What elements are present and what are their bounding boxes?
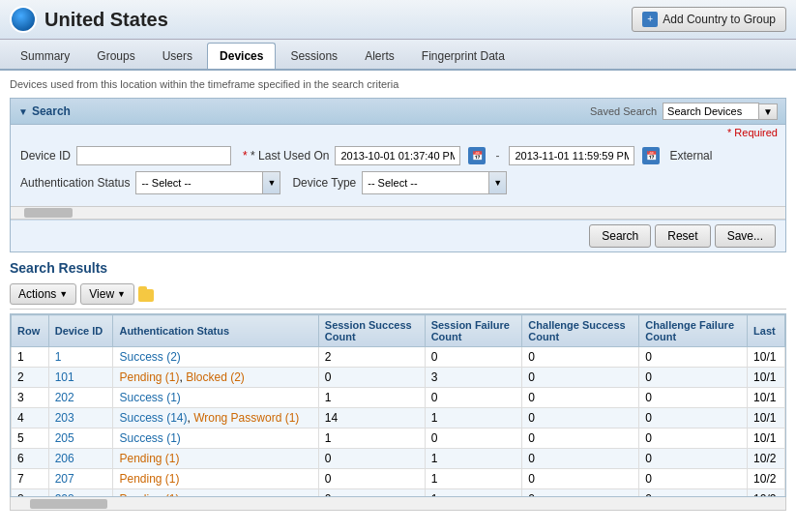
results-title: Search Results [10, 260, 786, 276]
cell-challenge-failure: 0 [639, 489, 748, 498]
cell-row: 2 [12, 368, 49, 388]
device-id-input[interactable] [76, 146, 231, 165]
page-description: Devices used from this location within t… [10, 78, 786, 90]
view-arrow-icon: ▼ [117, 289, 126, 299]
tab-fingerprint-data[interactable]: Fingerprint Data [409, 43, 517, 69]
cell-auth-status[interactable]: Pending (1), Blocked (2) [113, 368, 318, 388]
tab-groups[interactable]: Groups [84, 43, 147, 69]
cell-session-failure: 1 [425, 449, 522, 469]
view-button[interactable]: View ▼ [80, 283, 134, 305]
tab-summary[interactable]: Summary [8, 43, 82, 69]
device-type-field: Device Type -- Select -- ▼ [292, 171, 507, 194]
cell-last: 10/1 [748, 408, 785, 429]
cell-auth-status[interactable]: Pending (1) [113, 469, 318, 489]
actions-arrow-icon: ▼ [59, 289, 68, 299]
device-type-dropdown-arrow[interactable]: ▼ [488, 172, 506, 193]
cell-auth-status[interactable]: Pending (1) [113, 489, 318, 498]
results-table-container[interactable]: Row Device ID Authentication Status Sess… [10, 313, 786, 497]
saved-search-area: Saved Search ▼ [590, 103, 778, 120]
device-type-select[interactable]: -- Select -- [363, 174, 488, 192]
table-row[interactable]: 7 207 Pending (1) 0 1 0 0 10/2 [12, 469, 785, 489]
saved-search-input[interactable] [663, 103, 759, 120]
cell-auth-status[interactable]: Pending (1) [113, 449, 318, 469]
save-button[interactable]: Save... [715, 224, 776, 248]
external-label: External [669, 149, 712, 163]
form-row-1: Device ID * * Last Used On 📅 - 📅 Externa… [20, 146, 776, 165]
required-note: * Required [11, 125, 785, 140]
tab-devices[interactable]: Devices [207, 43, 276, 69]
cell-device-id[interactable]: 205 [48, 429, 113, 449]
tab-alerts[interactable]: Alerts [352, 43, 407, 69]
cell-session-success: 1 [318, 429, 425, 449]
cell-device-id[interactable]: 101 [48, 368, 113, 388]
table-row[interactable]: 5 205 Success (1) 1 0 0 0 10/1 [12, 429, 785, 449]
table-row[interactable]: 2 101 Pending (1), Blocked (2) 0 3 0 0 1… [12, 368, 785, 388]
cell-challenge-failure: 0 [639, 429, 748, 449]
bottom-scrollbar[interactable] [10, 497, 786, 511]
cell-row: 7 [12, 469, 49, 489]
cell-auth-status[interactable]: Success (1) [113, 429, 318, 449]
cell-session-failure: 0 [425, 347, 522, 368]
cell-session-failure: 0 [425, 388, 522, 408]
saved-search-select[interactable]: ▼ [663, 103, 778, 120]
table-row[interactable]: 8 208 Pending (1) 0 1 0 0 10/2 [12, 489, 785, 498]
cell-auth-status[interactable]: Success (14), Wrong Password (1) [113, 408, 318, 429]
auth-status-dropdown-arrow[interactable]: ▼ [262, 172, 280, 193]
auth-status-select-wrapper[interactable]: -- Select -- ▼ [135, 171, 280, 194]
date-from-icon[interactable]: 📅 [468, 147, 486, 164]
required-star: * [243, 149, 251, 163]
cell-challenge-failure: 0 [639, 388, 748, 408]
date-from-input[interactable] [335, 146, 460, 165]
search-button[interactable]: Search [589, 224, 651, 248]
cell-device-id[interactable]: 202 [48, 388, 113, 408]
saved-search-dropdown-btn[interactable]: ▼ [759, 103, 778, 120]
table-row[interactable]: 6 206 Pending (1) 0 1 0 0 10/2 [12, 449, 785, 469]
cell-device-id[interactable]: 1 [48, 347, 113, 368]
cell-session-failure: 0 [425, 429, 522, 449]
tab-sessions[interactable]: Sessions [278, 43, 350, 69]
cell-row: 4 [12, 408, 49, 429]
reset-button[interactable]: Reset [655, 224, 710, 248]
tab-users[interactable]: Users [150, 43, 205, 69]
cell-auth-status[interactable]: Success (1) [113, 388, 318, 408]
cell-last: 10/2 [748, 469, 785, 489]
device-type-select-wrapper[interactable]: -- Select -- ▼ [362, 171, 507, 194]
cell-session-success: 1 [318, 388, 425, 408]
saved-search-label: Saved Search [590, 105, 657, 117]
cell-device-id[interactable]: 207 [48, 469, 113, 489]
cell-session-success: 2 [318, 347, 425, 368]
cell-session-failure: 1 [425, 469, 522, 489]
results-toolbar: Actions ▼ View ▼ [10, 280, 786, 310]
globe-icon [10, 6, 37, 33]
cell-device-id[interactable]: 206 [48, 449, 113, 469]
table-row[interactable]: 3 202 Success (1) 1 0 0 0 10/1 [12, 388, 785, 408]
results-table: Row Device ID Authentication Status Sess… [11, 314, 785, 497]
col-header-session-failure: Session FailureCount [425, 315, 522, 347]
col-header-challenge-failure: Challenge FailureCount [639, 315, 748, 347]
cell-row: 8 [12, 489, 49, 498]
cell-device-id[interactable]: 208 [48, 489, 113, 498]
cell-session-success: 0 [318, 368, 425, 388]
cell-session-success: 0 [318, 469, 425, 489]
add-country-button[interactable]: + Add Country to Group [632, 7, 786, 32]
date-to-icon[interactable]: 📅 [642, 147, 660, 164]
table-row[interactable]: 4 203 Success (14), Wrong Password (1) 1… [12, 408, 785, 429]
collapse-icon[interactable]: ▼ [18, 106, 28, 117]
actions-button[interactable]: Actions ▼ [10, 283, 76, 305]
cell-row: 1 [12, 347, 49, 368]
table-header-row: Row Device ID Authentication Status Sess… [12, 315, 785, 347]
last-used-field: * * Last Used On 📅 - 📅 External [243, 146, 712, 165]
header: United States + Add Country to Group [0, 0, 796, 40]
cell-row: 5 [12, 429, 49, 449]
cell-auth-status[interactable]: Success (2) [113, 347, 318, 368]
search-section: ▼ Search Saved Search ▼ * Required Devic… [10, 98, 786, 252]
search-inner-scrollbar[interactable] [11, 206, 785, 220]
cell-device-id[interactable]: 203 [48, 408, 113, 429]
table-row[interactable]: 1 1 Success (2) 2 0 0 0 10/1 [12, 347, 785, 368]
auth-status-select[interactable]: -- Select -- [136, 174, 262, 192]
date-to-input[interactable] [509, 146, 634, 165]
device-id-label: Device ID [20, 149, 71, 163]
folder-icon[interactable] [138, 286, 158, 302]
col-header-last: Last [748, 315, 785, 347]
cell-last: 10/1 [748, 368, 785, 388]
